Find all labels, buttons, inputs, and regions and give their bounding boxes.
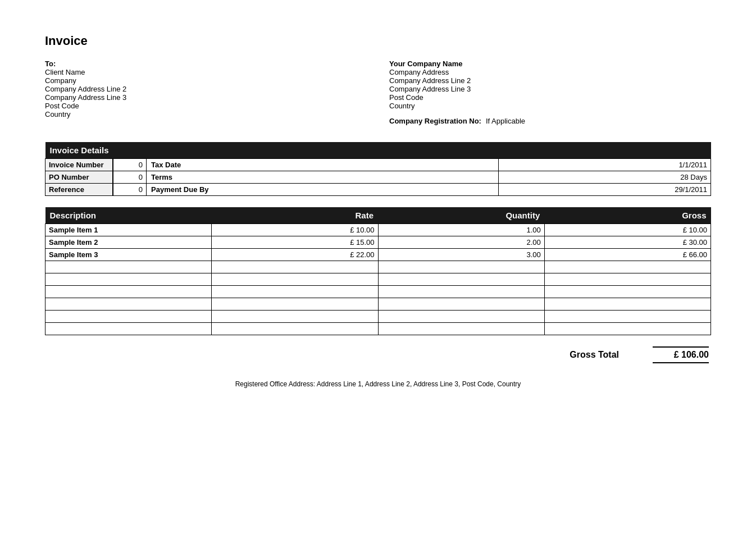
footer: Registered Office Address: Address Line …: [45, 380, 711, 388]
client-name: Client Name: [45, 68, 367, 76]
item-rate-empty: [212, 323, 378, 335]
client-post-code: Post Code: [45, 102, 367, 110]
bill-to-label: To:: [45, 60, 367, 68]
reference-value: 0: [113, 184, 147, 196]
item-gross-empty: [544, 286, 711, 298]
item-description-empty: [45, 261, 212, 273]
company-name: Your Company Name: [389, 60, 711, 68]
item-quantity-empty: [378, 286, 544, 298]
col-header-description: Description: [45, 207, 212, 224]
item-rate: £ 22.00: [212, 249, 378, 261]
table-row: Sample Item 3 £ 22.00 3.00 £ 66.00: [45, 249, 711, 261]
col-header-quantity: Quantity: [378, 207, 544, 224]
col-header-gross: Gross: [544, 207, 711, 224]
item-gross-empty: [544, 323, 711, 335]
company-info-section: Your Company Name Company Address Compan…: [367, 60, 711, 125]
company-address1: Company Address: [389, 68, 711, 76]
tax-date-value: 1/1/2011: [499, 159, 711, 171]
item-rate-empty: [212, 298, 378, 311]
item-quantity-empty: [378, 261, 544, 273]
item-description-empty: [45, 298, 212, 311]
item-gross-empty: [544, 273, 711, 286]
po-number-value: 0: [113, 171, 147, 184]
client-address-line3: Company Address Line 3: [45, 93, 367, 102]
table-row: Sample Item 1 £ 10.00 1.00 £ 10.00: [45, 224, 711, 236]
item-quantity-empty: [378, 323, 544, 335]
item-gross: £ 66.00: [544, 249, 711, 261]
po-number-label: PO Number: [45, 171, 113, 184]
gross-total-section: Gross Total £ 106.00: [45, 346, 711, 363]
terms-label: Terms: [147, 171, 499, 184]
payment-due-label: Payment Due By: [147, 184, 499, 196]
item-quantity-empty: [378, 298, 544, 311]
invoice-title: Invoice: [45, 34, 711, 48]
invoice-details-header: Invoice Details: [45, 142, 711, 159]
tax-date-label: Tax Date: [147, 159, 499, 171]
item-quantity: 1.00: [378, 224, 544, 236]
item-description: Sample Item 3: [45, 249, 212, 261]
invoice-number-label: Invoice Number: [45, 159, 113, 171]
col-header-rate: Rate: [212, 207, 378, 224]
company-reg-value: If Applicable: [486, 117, 525, 125]
company-reg-section: Company Registration No: If Applicable: [389, 117, 711, 125]
po-number-row: PO Number 0 Terms 28 Days: [45, 171, 711, 184]
item-description: Sample Item 1: [45, 224, 212, 236]
gross-total-label: Gross Total: [570, 350, 619, 360]
item-quantity-empty: [378, 273, 544, 286]
item-description-empty: [45, 273, 212, 286]
item-description-empty: [45, 311, 212, 323]
item-description-empty: [45, 323, 212, 335]
item-rate-empty: [212, 273, 378, 286]
item-gross-empty: [544, 311, 711, 323]
item-rate-empty: [212, 261, 378, 273]
item-gross-empty: [544, 261, 711, 273]
item-gross: £ 30.00: [544, 236, 711, 249]
table-row: [45, 286, 711, 298]
company-address2: Company Address Line 2: [389, 76, 711, 85]
item-rate-empty: [212, 286, 378, 298]
table-row: Sample Item 2 £ 15.00 2.00 £ 30.00: [45, 236, 711, 249]
item-rate-empty: [212, 311, 378, 323]
item-gross: £ 10.00: [544, 224, 711, 236]
company-post-code: Post Code: [389, 93, 711, 102]
table-row: [45, 261, 711, 273]
reference-label: Reference: [45, 184, 113, 196]
item-rate: £ 10.00: [212, 224, 378, 236]
item-gross-empty: [544, 298, 711, 311]
invoice-details-title: Invoice Details: [45, 142, 711, 159]
company-address3: Company Address Line 3: [389, 85, 711, 93]
table-row: [45, 273, 711, 286]
client-company: Company: [45, 76, 367, 85]
item-description-empty: [45, 286, 212, 298]
client-address-line2: Company Address Line 2: [45, 85, 367, 93]
client-country: Country: [45, 110, 367, 118]
item-description: Sample Item 2: [45, 236, 212, 249]
company-reg-label: Company Registration No:: [389, 117, 481, 125]
table-row: [45, 323, 711, 335]
header-section: To: Client Name Company Company Address …: [45, 60, 711, 125]
invoice-number-row: Invoice Number 0 Tax Date 1/1/2011: [45, 159, 711, 171]
invoice-details-table: Invoice Details Invoice Number 0 Tax Dat…: [45, 142, 711, 196]
items-header-row: Description Rate Quantity Gross: [45, 207, 711, 224]
terms-value: 28 Days: [499, 171, 711, 184]
item-rate: £ 15.00: [212, 236, 378, 249]
bill-to-section: To: Client Name Company Company Address …: [45, 60, 367, 125]
gross-total-value: £ 106.00: [653, 346, 709, 363]
table-row: [45, 311, 711, 323]
item-quantity: 2.00: [378, 236, 544, 249]
item-quantity-empty: [378, 311, 544, 323]
company-country: Country: [389, 102, 711, 110]
reference-row: Reference 0 Payment Due By 29/1/2011: [45, 184, 711, 196]
items-table: Description Rate Quantity Gross Sample I…: [45, 207, 711, 335]
item-quantity: 3.00: [378, 249, 544, 261]
payment-due-value: 29/1/2011: [499, 184, 711, 196]
invoice-number-value: 0: [113, 159, 147, 171]
table-row: [45, 298, 711, 311]
